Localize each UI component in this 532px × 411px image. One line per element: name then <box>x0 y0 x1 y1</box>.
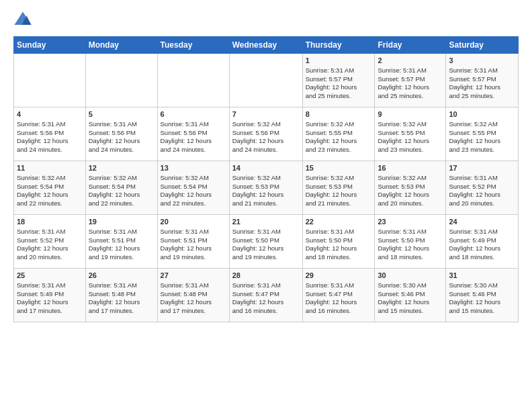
day-number: 14 <box>232 163 300 173</box>
cell-text: Daylight: 12 hours <box>378 244 443 253</box>
cell-text: Sunrise: 5:32 AM <box>378 174 443 183</box>
cell-text: Sunset: 5:56 PM <box>161 129 226 138</box>
cell-text: and 24 minutes. <box>161 146 226 154</box>
cell-text: Sunset: 5:55 PM <box>378 129 443 138</box>
cell-text: Sunset: 5:57 PM <box>378 75 443 84</box>
cell-text: Sunrise: 5:31 AM <box>232 228 300 236</box>
day-number: 23 <box>378 217 443 227</box>
calendar-cell: 31Sunrise: 5:30 AMSunset: 5:46 PMDayligh… <box>446 269 519 322</box>
day-number: 16 <box>378 163 443 173</box>
cell-text: Sunrise: 5:31 AM <box>161 228 226 236</box>
calendar-cell: 16Sunrise: 5:32 AMSunset: 5:53 PMDayligh… <box>375 161 446 215</box>
cell-text: and 18 minutes. <box>306 253 372 262</box>
cell-text: and 23 minutes. <box>378 146 443 154</box>
cell-text: and 18 minutes. <box>378 253 443 262</box>
cell-text: Daylight: 12 hours <box>306 298 372 307</box>
calendar-cell: 18Sunrise: 5:31 AMSunset: 5:52 PMDayligh… <box>14 215 86 269</box>
cell-text: Sunset: 5:48 PM <box>161 290 226 299</box>
cell-text: Sunset: 5:52 PM <box>449 183 515 191</box>
cell-text: Sunrise: 5:31 AM <box>89 120 154 129</box>
cell-text: Sunrise: 5:31 AM <box>378 228 443 236</box>
cell-text: Daylight: 12 hours <box>161 137 226 146</box>
day-number: 25 <box>17 271 83 281</box>
cell-text: Daylight: 12 hours <box>17 191 83 199</box>
cell-text: Daylight: 12 hours <box>89 137 154 146</box>
cell-text: Sunset: 5:53 PM <box>232 183 300 191</box>
cell-text: Sunrise: 5:31 AM <box>449 228 515 236</box>
cell-text: Sunset: 5:47 PM <box>232 290 300 299</box>
day-number: 24 <box>449 217 515 227</box>
cell-text: and 25 minutes. <box>378 92 443 101</box>
calendar-cell: 14Sunrise: 5:32 AMSunset: 5:53 PMDayligh… <box>229 161 302 215</box>
calendar-week-5: 25Sunrise: 5:31 AMSunset: 5:49 PMDayligh… <box>14 269 519 322</box>
cell-text: Sunrise: 5:31 AM <box>161 281 226 290</box>
cell-text: Sunrise: 5:32 AM <box>378 120 443 129</box>
cell-text: Sunset: 5:57 PM <box>449 75 515 84</box>
day-number: 3 <box>449 56 515 66</box>
cell-text: and 19 minutes. <box>232 253 300 262</box>
cell-text: and 23 minutes. <box>449 146 515 154</box>
cell-text: Sunset: 5:56 PM <box>89 129 154 138</box>
cell-text: and 19 minutes. <box>161 253 226 262</box>
cell-text: Sunrise: 5:32 AM <box>306 120 372 129</box>
day-number: 26 <box>89 271 154 281</box>
cell-text: Sunset: 5:47 PM <box>306 290 372 299</box>
day-number: 12 <box>89 163 154 173</box>
weekday-header-monday: Monday <box>85 37 157 54</box>
cell-text: Sunset: 5:49 PM <box>17 290 83 299</box>
cell-text: Sunrise: 5:32 AM <box>17 174 83 183</box>
cell-text: Sunset: 5:54 PM <box>89 183 154 191</box>
cell-text: Sunset: 5:50 PM <box>306 236 372 245</box>
cell-text: Sunset: 5:51 PM <box>89 236 154 245</box>
calendar-cell: 11Sunrise: 5:32 AMSunset: 5:54 PMDayligh… <box>14 161 86 215</box>
cell-text: Sunrise: 5:32 AM <box>232 174 300 183</box>
calendar-cell: 15Sunrise: 5:32 AMSunset: 5:53 PMDayligh… <box>302 161 375 215</box>
cell-text: Daylight: 12 hours <box>232 191 300 199</box>
cell-text: and 24 minutes. <box>89 146 154 154</box>
cell-text: Sunrise: 5:31 AM <box>449 66 515 75</box>
calendar-cell: 25Sunrise: 5:31 AMSunset: 5:49 PMDayligh… <box>14 269 86 322</box>
cell-text: and 15 minutes. <box>378 307 443 316</box>
calendar-table: SundayMondayTuesdayWednesdayThursdayFrid… <box>13 36 519 322</box>
day-number: 6 <box>161 109 226 120</box>
calendar-cell: 13Sunrise: 5:32 AMSunset: 5:54 PMDayligh… <box>157 161 229 215</box>
cell-text: and 17 minutes. <box>17 307 83 316</box>
cell-text: Daylight: 12 hours <box>161 244 226 253</box>
day-number: 9 <box>378 109 443 120</box>
cell-text: and 20 minutes. <box>378 199 443 208</box>
calendar-cell: 30Sunrise: 5:30 AMSunset: 5:46 PMDayligh… <box>375 269 446 322</box>
day-number: 5 <box>89 109 154 120</box>
weekday-header-row: SundayMondayTuesdayWednesdayThursdayFrid… <box>14 37 519 54</box>
cell-text: and 16 minutes. <box>232 307 300 316</box>
cell-text: Sunrise: 5:32 AM <box>161 174 226 183</box>
day-number: 22 <box>306 217 372 227</box>
cell-text: Daylight: 12 hours <box>232 244 300 253</box>
calendar-cell: 4Sunrise: 5:31 AMSunset: 5:56 PMDaylight… <box>14 107 86 161</box>
cell-text: Daylight: 12 hours <box>306 137 372 146</box>
cell-text: Daylight: 12 hours <box>378 83 443 92</box>
cell-text: Daylight: 12 hours <box>161 191 226 199</box>
cell-text: Sunset: 5:55 PM <box>449 129 515 138</box>
cell-text: Daylight: 12 hours <box>449 83 515 92</box>
calendar-cell: 12Sunrise: 5:32 AMSunset: 5:54 PMDayligh… <box>85 161 157 215</box>
cell-text: Daylight: 12 hours <box>378 298 443 307</box>
cell-text: Sunrise: 5:32 AM <box>232 120 300 129</box>
cell-text: Sunset: 5:56 PM <box>17 129 83 138</box>
cell-text: and 21 minutes. <box>306 199 372 208</box>
cell-text: Sunrise: 5:32 AM <box>449 120 515 129</box>
calendar-cell: 28Sunrise: 5:31 AMSunset: 5:47 PMDayligh… <box>229 269 302 322</box>
calendar-cell <box>229 54 302 107</box>
cell-text: and 24 minutes. <box>232 146 300 154</box>
calendar-cell: 22Sunrise: 5:31 AMSunset: 5:50 PMDayligh… <box>302 215 375 269</box>
cell-text: and 18 minutes. <box>449 253 515 262</box>
day-number: 1 <box>306 56 372 66</box>
weekday-header-thursday: Thursday <box>302 37 375 54</box>
cell-text: Daylight: 12 hours <box>161 298 226 307</box>
day-number: 31 <box>449 271 515 281</box>
day-number: 17 <box>449 163 515 173</box>
cell-text: and 22 minutes. <box>89 199 154 208</box>
day-number: 4 <box>17 109 83 120</box>
cell-text: and 17 minutes. <box>89 307 154 316</box>
calendar-cell: 21Sunrise: 5:31 AMSunset: 5:50 PMDayligh… <box>229 215 302 269</box>
cell-text: Sunset: 5:54 PM <box>17 183 83 191</box>
